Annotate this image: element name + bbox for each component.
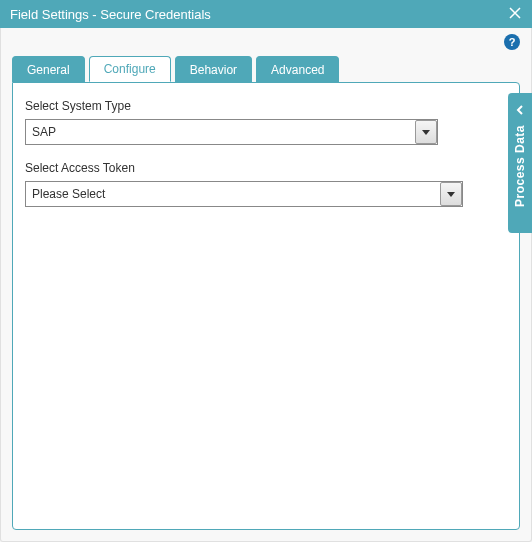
help-row: ?: [0, 28, 532, 56]
tab-behavior[interactable]: Behavior: [175, 56, 252, 82]
content-area: General Configure Behavior Advanced Sele…: [0, 56, 532, 542]
help-icon[interactable]: ?: [504, 34, 520, 50]
system-type-value[interactable]: SAP: [25, 119, 438, 145]
dialog-title: Field Settings - Secure Credentials: [10, 7, 211, 22]
chevron-down-icon: [447, 192, 455, 197]
system-type-label: Select System Type: [25, 99, 507, 113]
access-token-label: Select Access Token: [25, 161, 507, 175]
tab-general[interactable]: General: [12, 56, 85, 82]
chevron-down-icon: [422, 130, 430, 135]
process-data-drawer[interactable]: Process Data: [508, 93, 532, 233]
titlebar: Field Settings - Secure Credentials: [0, 0, 532, 28]
close-icon[interactable]: [508, 5, 522, 23]
tab-panel-configure: Select System Type SAP Select Access Tok…: [12, 82, 520, 530]
access-token-value[interactable]: Please Select: [25, 181, 463, 207]
tab-strip: General Configure Behavior Advanced: [12, 56, 520, 82]
process-data-label: Process Data: [513, 125, 527, 207]
field-settings-dialog: Field Settings - Secure Credentials ? Ge…: [0, 0, 532, 542]
system-type-dropdown-button[interactable]: [415, 120, 437, 144]
chevron-left-icon: [515, 101, 525, 119]
access-token-select[interactable]: Please Select: [25, 181, 463, 207]
tab-advanced[interactable]: Advanced: [256, 56, 339, 82]
tab-configure[interactable]: Configure: [89, 56, 171, 82]
access-token-dropdown-button[interactable]: [440, 182, 462, 206]
system-type-select[interactable]: SAP: [25, 119, 438, 145]
